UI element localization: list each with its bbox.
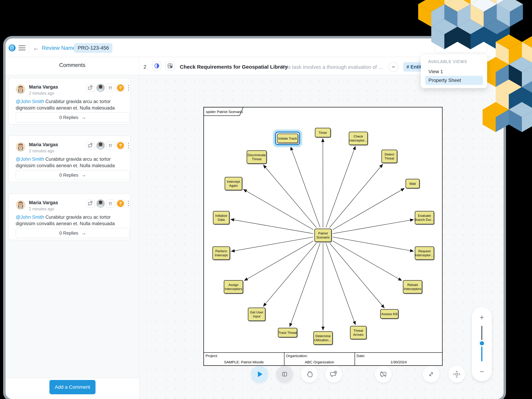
expand-task-button[interactable]	[388, 62, 398, 72]
replies-button[interactable]: 0 Replies →	[16, 112, 130, 122]
add-comment-tool-button[interactable]	[325, 366, 342, 383]
svg-text:Intercept: Intercept	[215, 253, 228, 257]
question-button[interactable]: ?	[116, 84, 125, 92]
diagram-node-threat-arrives[interactable]: ThreatArrives	[350, 326, 366, 339]
svg-text:Interceptors: Interceptors	[404, 287, 421, 291]
svg-text:Intercept: Intercept	[227, 180, 240, 183]
linked-comment-button[interactable]	[86, 84, 95, 92]
review-id-badge: PRO-123-456	[74, 43, 113, 53]
diagram-footer-text: Date:	[356, 354, 365, 358]
svg-text:Assess Kill: Assess Kill	[381, 312, 397, 316]
mention-link[interactable]: @John Smith	[16, 214, 44, 220]
panel-toggle-icon	[281, 370, 288, 378]
mention-link[interactable]: @John Smith	[16, 156, 44, 162]
diagram-node-evaluate-branch-dur[interactable]: EvaluateBranch Dur…	[414, 211, 434, 224]
diagram-node-reload-interceptors[interactable]: ReloadInterceptors	[403, 280, 422, 293]
views-item-view1[interactable]: View 1	[425, 67, 483, 76]
participant-avatar[interactable]	[96, 84, 105, 92]
linked-comment-button[interactable]	[86, 199, 95, 208]
replies-button[interactable]: 0 Replies →	[16, 228, 130, 238]
svg-text:Timer: Timer	[319, 131, 327, 135]
topbar-divider	[29, 43, 30, 53]
diagram-node-wait[interactable]: Wait	[406, 179, 419, 188]
diagram-node-discriminate-threat[interactable]: DiscriminateThreat	[247, 151, 266, 163]
diagram-node-intercept-again[interactable]: InterceptAgain	[225, 177, 242, 190]
diagram-node-perform-intercept[interactable]: PerformIntercept	[213, 247, 230, 260]
arrow-right-icon: →	[81, 172, 86, 178]
diagram-node-assign-interceptors[interactable]: AssignInterceptors	[224, 280, 243, 293]
pan-hand-icon	[305, 370, 313, 378]
comment-card[interactable]: Maria Vargas 2 minutes ago !! ? @John Sm…	[8, 135, 131, 182]
arrow-right-icon: →	[81, 115, 86, 120]
diagram-node-check-interceptor[interactable]: CheckInterceptor…	[349, 132, 368, 145]
comment-time: 2 minutes ago	[29, 91, 54, 96]
comment-author: Maria Vargas	[29, 84, 58, 90]
svg-text:Threat: Threat	[252, 157, 262, 161]
hamburger-menu-icon[interactable]	[19, 45, 25, 50]
diagram-node-determine-utilization[interactable]: DetermineUtilization…	[314, 332, 332, 345]
diagram-node-detect-threat[interactable]: DetectThreat	[382, 150, 397, 163]
svg-text:Scenario: Scenario	[317, 236, 330, 239]
pointer-tool-button[interactable]	[251, 366, 268, 383]
svg-text:Track Threat: Track Threat	[278, 331, 297, 335]
diagram-edge-timer	[323, 139, 323, 227]
kebab-menu-icon[interactable]	[127, 85, 130, 91]
replies-button[interactable]: 0 Replies →	[16, 170, 130, 180]
comment-card[interactable]: Maria Vargas 2 minutes ago !! ? @John Sm…	[8, 78, 131, 125]
hide-comments-button[interactable]	[375, 366, 392, 383]
expand-button[interactable]	[423, 366, 439, 383]
diagram-node-track-threat[interactable]: Track Threat	[278, 328, 297, 337]
important-button[interactable]: !!	[106, 84, 114, 92]
linked-comment-button[interactable]	[86, 141, 95, 150]
avatar-maria	[16, 142, 25, 152]
panel-toggle-button[interactable]	[276, 366, 293, 383]
add-comment-button[interactable]: Add a Comment	[49, 380, 95, 394]
zoom-control[interactable]: + −	[472, 307, 492, 381]
svg-text:Initiate Track: Initiate Track	[278, 137, 297, 140]
diagram-node-initialize-data[interactable]: InitializeData	[213, 211, 229, 224]
diagram-tab-label: spider Patriot Scenario	[206, 110, 243, 114]
svg-text:Patriot: Patriot	[318, 232, 328, 235]
question-icon: ?	[117, 84, 124, 91]
comment-text: @John Smith Curabitur gravida arcu ac to…	[16, 98, 127, 111]
review-name-link[interactable]: Review Name	[42, 45, 76, 51]
zoom-in-button[interactable]: +	[472, 314, 492, 321]
svg-text:Utilization…: Utilization…	[314, 338, 332, 342]
question-button[interactable]: ?	[116, 199, 125, 208]
participant-avatar[interactable]	[96, 199, 105, 208]
svg-text:Data: Data	[218, 218, 225, 221]
pan-hand-button[interactable]	[301, 366, 318, 383]
svg-text:Determine: Determine	[315, 334, 331, 338]
diagram-node-patriot-scenario[interactable]: PatriotScenario	[315, 229, 331, 242]
hexagon-status-button[interactable]	[152, 61, 161, 71]
kebab-menu-icon[interactable]	[127, 143, 130, 148]
sidebar-footer-divider	[6, 378, 139, 378]
diagram-node-request-interceptor[interactable]: RequestInterceptor…	[415, 247, 434, 260]
important-button[interactable]: !!	[106, 141, 114, 150]
zoom-out-button[interactable]: −	[472, 368, 492, 375]
kebab-menu-icon[interactable]	[127, 201, 130, 206]
diagram-node-get-user-input[interactable]: Get UserInput	[248, 308, 265, 321]
app-logo-icon[interactable]	[9, 44, 16, 51]
svg-text:Reload: Reload	[407, 283, 418, 287]
diagram-node-timer[interactable]: Timer	[315, 128, 330, 137]
svg-text:Evaluate: Evaluate	[418, 214, 431, 218]
views-item-property-sheet[interactable]: Property Sheet	[425, 76, 483, 85]
back-arrow-icon[interactable]: ←	[33, 45, 40, 51]
participant-avatar[interactable]	[96, 141, 105, 150]
mention-link[interactable]: @John Smith	[16, 99, 44, 104]
pointer-tool-icon	[256, 370, 263, 378]
svg-text:Check: Check	[354, 135, 363, 138]
comment-author: Maria Vargas	[29, 142, 58, 148]
comment-author: Maria Vargas	[29, 200, 58, 206]
zoom-slider-track-filled[interactable]	[481, 344, 482, 361]
question-button[interactable]: ?	[116, 141, 125, 150]
diagram-node-assess-kill[interactable]: Assess Kill	[380, 309, 398, 318]
zoom-slider-handle[interactable]	[479, 340, 485, 346]
comment-card[interactable]: Maria Vargas 2 minutes ago !! ? @John Sm…	[8, 193, 131, 240]
navigate-pan-button[interactable]	[448, 366, 465, 383]
svg-text:Interceptors: Interceptors	[225, 287, 242, 291]
svg-text:Request: Request	[418, 249, 431, 253]
layout-button[interactable]	[165, 61, 175, 71]
important-button[interactable]: !!	[106, 199, 114, 208]
